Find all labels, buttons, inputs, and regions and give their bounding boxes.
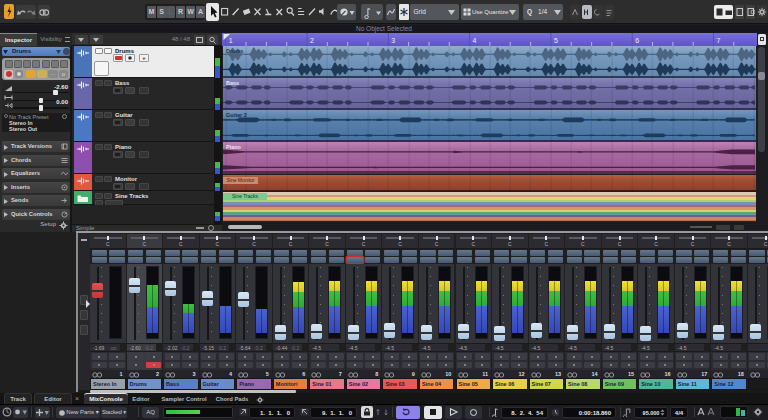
svg-text:Bass: Bass [226,80,239,86]
svg-text:Guitar 2: Guitar 2 [226,112,247,118]
svg-text:Drums: Drums [226,48,243,54]
svg-text:5: 5 [554,37,558,44]
svg-text:4: 4 [473,37,477,44]
svg-text:6: 6 [635,37,639,44]
svg-text:1: 1 [229,37,233,44]
svg-text:7: 7 [717,37,721,44]
svg-text:2: 2 [310,37,314,44]
svg-text:Piano: Piano [226,144,242,150]
svg-text:3: 3 [391,37,395,44]
